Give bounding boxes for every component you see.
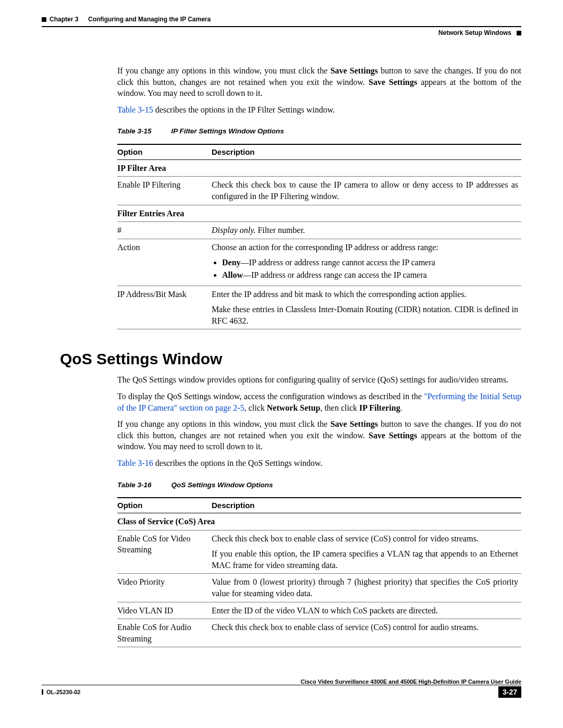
col-option: Option — [117, 498, 212, 513]
table-link[interactable]: Table 3-15 — [117, 105, 153, 114]
page-footer: Cisco Video Surveillance 4300E and 4500E… — [42, 678, 521, 698]
qos-options-table: Option Description Class of Service (CoS… — [117, 497, 521, 648]
option-cell: Video Priority — [117, 574, 212, 602]
page-number: 3-27 — [498, 686, 521, 698]
area-header: Filter Entries Area — [117, 205, 521, 222]
description-cell: Check this check box to cause the IP cam… — [212, 177, 521, 205]
paragraph: If you change any options in this window… — [117, 418, 521, 452]
paragraph: To display the QoS Settings window, acce… — [117, 391, 521, 413]
description-cell: Check this check box to enable class of … — [212, 530, 521, 574]
chapter-title: Configuring and Managing the IP Camera — [88, 16, 211, 23]
option-cell: Enable CoS for Audio Streaming — [117, 619, 212, 647]
header-rule — [42, 26, 521, 27]
paragraph: Table 3-15 describes the options in the … — [117, 104, 521, 116]
option-cell: Action — [117, 239, 212, 286]
header-bullet-icon — [42, 17, 46, 22]
section-bullet-icon — [517, 31, 521, 35]
paragraph: If you change any options in this window… — [117, 65, 521, 99]
col-description: Description — [212, 144, 521, 160]
option-cell: IP Address/Bit Mask — [117, 286, 212, 329]
running-header: Chapter 3 Configuring and Managing the I… — [42, 16, 521, 23]
chapter-number: Chapter 3 — [50, 16, 78, 23]
footer-doc-id: OL-25230-02 — [46, 689, 498, 695]
area-header: Class of Service (CoS) Area — [117, 513, 521, 530]
section-heading: QoS Settings Window — [60, 350, 521, 368]
area-header: IP Filter Area — [117, 159, 521, 177]
table-link[interactable]: Table 3-16 — [117, 459, 153, 467]
description-cell: Check this check box to enable class of … — [212, 619, 521, 647]
col-option: Option — [117, 144, 212, 160]
paragraph: Table 3-16 describes the options in the … — [117, 458, 521, 469]
option-cell: # — [117, 222, 212, 239]
description-cell: Display only. Filter number. — [212, 222, 521, 239]
table-caption: Table 3-15IP Filter Settings Window Opti… — [117, 127, 521, 136]
option-cell: Enable CoS for Video Streaming — [117, 530, 212, 574]
option-cell: Video VLAN ID — [117, 602, 212, 619]
ip-filter-options-table: Option Description IP Filter Area Enable… — [117, 144, 521, 330]
description-cell: Value from 0 (lowest priority) through 7… — [212, 574, 521, 602]
section-label: Network Setup Windows — [438, 29, 511, 36]
list-item: Deny—IP address or address range cannot … — [222, 257, 518, 268]
description-cell: Enter the IP address and bit mask to whi… — [212, 286, 521, 329]
list-item: Allow—IP address or address range can ac… — [222, 269, 518, 281]
table-caption: Table 3-16QoS Settings Window Options — [117, 480, 521, 490]
footer-book-title: Cisco Video Surveillance 4300E and 4500E… — [42, 678, 521, 685]
paragraph: The QoS Settings window provides options… — [117, 374, 521, 386]
col-description: Description — [212, 498, 521, 513]
option-cell: Enable IP Filtering — [117, 177, 212, 205]
description-cell: Enter the ID of the video VLAN to which … — [212, 602, 521, 619]
description-cell: Choose an action for the corresponding I… — [212, 239, 521, 286]
